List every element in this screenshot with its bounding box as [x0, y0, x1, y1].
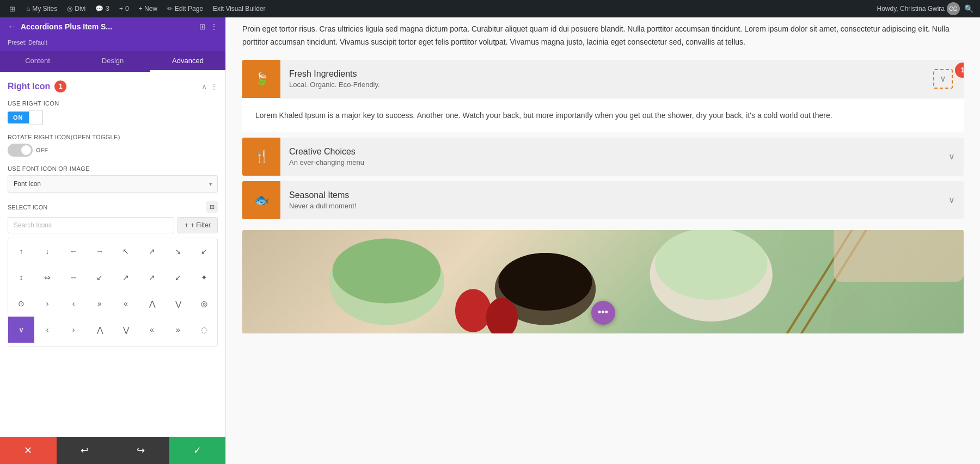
icon-cell-dbl-left2[interactable]: «: [139, 317, 165, 343]
icon-cell-arrow-left[interactable]: ←: [60, 238, 87, 264]
more-icon[interactable]: ⋮: [210, 22, 218, 31]
icon-cell-dbl-left[interactable]: «: [113, 290, 139, 317]
tab-advanced[interactable]: Advanced: [150, 51, 225, 72]
rotate-toggle[interactable]: OFF: [8, 144, 218, 157]
section-more-button[interactable]: ⋮: [210, 82, 218, 91]
icon-cell-dbl-up2[interactable]: ⋀: [87, 317, 113, 343]
admin-bar-right: Howdy, Christina Gwira CG 🔍: [877, 2, 976, 15]
admin-bar-exit-builder[interactable]: Exit Visual Builder: [210, 5, 269, 13]
icon-cell-tri-right[interactable]: ▷: [191, 343, 217, 347]
toggle-off[interactable]: [8, 144, 33, 157]
admin-bar-mysites[interactable]: ⌂ My Sites: [23, 5, 60, 13]
icon-cell-arrow-se[interactable]: ↘: [165, 238, 191, 264]
accordion-header-3[interactable]: 🐟 Seasonal Items Never a dull moment! ∨: [242, 181, 964, 219]
wordpress-icon: ⊞: [8, 4, 16, 13]
accordion-icon-2: 🍴: [254, 150, 269, 164]
svg-point-3: [498, 253, 592, 311]
select-icon-section: Select Icon ⊞ + + Filter ↑ ↓: [8, 201, 218, 347]
icon-cell-arrow-sw[interactable]: ↙: [191, 238, 217, 264]
icon-cell-circle1[interactable]: ⊙: [8, 290, 34, 317]
icon-grid-scroll[interactable]: ↑ ↓ ← → ↖ ↗ ↘ ↙ ↕ ⇔ ↔ ↙ ↗ ↗: [8, 238, 218, 347]
icon-cell-leftrightdbl[interactable]: ⇔: [34, 264, 60, 290]
section-actions: ∧ ⋮: [201, 82, 218, 91]
redo-button[interactable]: ↪: [113, 437, 169, 464]
admin-bar-edit-page[interactable]: ✏ Edit Page: [164, 5, 206, 13]
icon-cell-arrow-down[interactable]: ↓: [34, 238, 60, 264]
avatar[interactable]: CG: [947, 2, 960, 15]
accordion-icon-3: 🐟: [254, 193, 269, 207]
icon-cell-circle-slash[interactable]: ⊘: [60, 343, 87, 347]
divi-label: Divi: [75, 5, 85, 13]
accordion-header-1[interactable]: 🍃 Fresh Ingredients Local. Organic. Eco-…: [242, 60, 964, 98]
comment-count: 3: [106, 5, 109, 13]
font-icon-field: Use Font Icon or Image Font Icon Image: [8, 165, 218, 193]
undo-button[interactable]: ↩: [57, 437, 113, 464]
accordion-chevron-2[interactable]: ∨: [940, 151, 964, 162]
icon-cell-arrow-ne[interactable]: ↗: [139, 238, 165, 264]
accordion-chevron-3[interactable]: ∨: [940, 195, 964, 205]
right-content: Proin eget tortor risus. Cras ultricies …: [226, 17, 980, 464]
icon-cell-dbl-down[interactable]: ⋁: [165, 290, 191, 317]
icon-cell-circle-dot[interactable]: ⊝: [87, 343, 113, 347]
tab-content[interactable]: Content: [0, 51, 75, 72]
icon-cell-arrow-up[interactable]: ↑: [8, 238, 34, 264]
grid-icon[interactable]: ⊞: [199, 22, 206, 31]
preset-label[interactable]: Preset: Default: [8, 39, 47, 46]
icon-cell-circle-minus[interactable]: ⊖: [8, 343, 34, 347]
icon-cell-diag4[interactable]: ↙: [165, 264, 191, 290]
new-label: + New: [139, 5, 157, 13]
icon-cell-chevron-lt[interactable]: ‹: [34, 317, 60, 343]
icon-cell-circle-asterisk[interactable]: ⊛: [113, 343, 139, 347]
search-icon[interactable]: 🔍: [962, 4, 976, 13]
icon-cell-circle-2[interactable]: ◎: [191, 290, 217, 317]
admin-bar-divi[interactable]: ◎ Divi: [64, 5, 89, 13]
icon-cell-move[interactable]: ✦: [191, 264, 217, 290]
food-image: •••: [242, 230, 964, 333]
icon-cell-arrow-nw[interactable]: ↖: [113, 238, 139, 264]
icon-cell-dbl-down2[interactable]: ⋁: [113, 317, 139, 343]
accordion-subtitle-3: Never a dull moment!: [289, 202, 931, 210]
icon-cell-chevron-left-sm[interactable]: ‹: [60, 290, 87, 317]
redo-icon: ↪: [137, 444, 145, 456]
use-right-icon-toggle[interactable]: ON: [8, 110, 218, 125]
icon-cell-dbl-up[interactable]: ⋀: [139, 290, 165, 317]
accordion-header-2[interactable]: 🍴 Creative Choices An ever-changing menu…: [242, 138, 964, 176]
icon-cell-circle-plus[interactable]: ⊕: [34, 343, 60, 347]
icon-search-input[interactable]: [8, 217, 174, 233]
icon-cell-dbl-right2[interactable]: »: [165, 317, 191, 343]
admin-bar-new[interactable]: + New: [136, 5, 161, 13]
back-button[interactable]: ←: [8, 22, 16, 32]
icon-cell-circle-x[interactable]: ⊗: [139, 343, 165, 347]
icon-cell-diag1[interactable]: ↙: [87, 264, 113, 290]
fab-button[interactable]: •••: [591, 301, 615, 325]
accordion-chevron-dashed-1[interactable]: ∨: [933, 69, 953, 89]
admin-bar-notif[interactable]: + 0: [116, 5, 132, 13]
section-title-text: Right Icon: [8, 82, 50, 91]
filter-button[interactable]: + + Filter: [177, 217, 218, 233]
icon-grid: ↑ ↓ ← → ↖ ↗ ↘ ↙ ↕ ⇔ ↔ ↙ ↗ ↗: [8, 238, 217, 347]
icon-cell-circle-open[interactable]: ◌: [191, 317, 217, 343]
icon-cell-updown[interactable]: ↕: [8, 264, 34, 290]
icon-cell-arrow-right[interactable]: →: [87, 238, 113, 264]
font-icon-select[interactable]: Font Icon Image: [8, 175, 218, 193]
icon-cell-diag3[interactable]: ↗: [139, 264, 165, 290]
icon-cell-dbl-right[interactable]: »: [87, 290, 113, 317]
section-header: Right Icon 1 ∧ ⋮: [8, 81, 218, 92]
icon-cell-diag2[interactable]: ↗: [113, 264, 139, 290]
icon-cell-chevron-gt[interactable]: ›: [60, 317, 87, 343]
section-badge: 1: [54, 81, 66, 92]
panel-content: Right Icon 1 ∧ ⋮ Use Right Icon ON Rotat…: [0, 72, 225, 437]
icon-cell-chevron-down-selected[interactable]: ∨: [8, 317, 34, 343]
tab-design[interactable]: Design: [75, 51, 150, 72]
fullscreen-button[interactable]: ⊞: [206, 201, 218, 213]
collapse-button[interactable]: ∧: [201, 82, 207, 91]
admin-bar-comments[interactable]: 💬 3: [92, 5, 113, 13]
admin-bar-wordpress[interactable]: ⊞: [4, 4, 20, 13]
cancel-icon: ✕: [24, 444, 32, 456]
accordion-text-3: Seasonal Items Never a dull moment!: [280, 185, 940, 215]
cancel-button[interactable]: ✕: [0, 437, 57, 464]
icon-cell-chevron-right-sm[interactable]: ›: [34, 290, 60, 317]
icon-cell-leftright[interactable]: ↔: [60, 264, 87, 290]
icon-cell-tri-left[interactable]: ◁: [165, 343, 191, 347]
save-button[interactable]: ✓: [169, 437, 226, 464]
